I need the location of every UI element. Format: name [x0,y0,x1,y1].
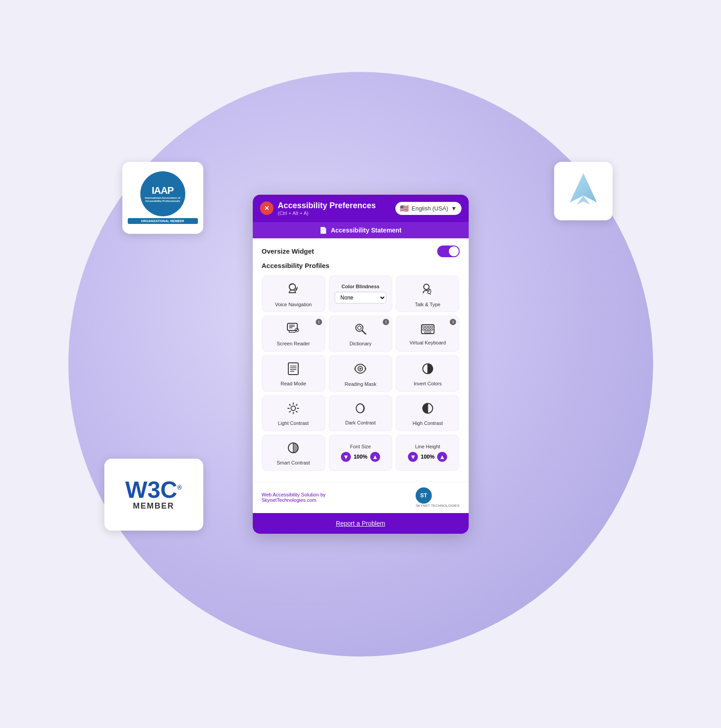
font-size-label: Font Size [350,444,371,449]
light-contrast-tile[interactable]: Light Contrast [262,395,325,431]
dictionary-label: Dictionary [349,341,372,346]
footer-text-line2: SkynetTechnologies.com [262,497,326,503]
profiles-title: Accessibility Profiles [262,262,460,269]
iaap-title: IAAP [152,185,174,197]
w3c-badge: W3C® MEMBER [104,459,203,531]
line-height-label: Line Height [415,444,440,449]
svg-rect-16 [425,329,427,331]
svg-point-29 [291,406,296,411]
accessibility-statement-bar[interactable]: 📄 Accessibility Statement [253,222,469,238]
read-mode-label: Read Mode [281,381,306,386]
feature-row-1: Voice Navigation Color Blindness None Pr… [262,276,460,312]
smart-contrast-label: Smart Contrast [277,460,310,465]
high-contrast-tile[interactable]: High Contrast [396,395,459,431]
oversize-widget-row: Oversize Widget [262,246,460,257]
dark-contrast-label: Dark Contrast [345,420,376,425]
dictionary-icon [354,322,367,338]
high-contrast-icon [421,402,434,418]
chevron-down-icon: ▼ [451,205,457,212]
svg-point-3 [424,284,429,290]
font-size-decrease[interactable]: ▼ [341,452,351,462]
screen-reader-icon [287,322,300,338]
svg-point-26 [359,368,361,370]
statement-icon: 📄 [319,227,327,234]
line-height-increase[interactable]: ▲ [437,452,447,462]
line-height-decrease[interactable]: ▼ [408,452,418,462]
flag-icon: 🇺🇸 [400,204,409,213]
smart-contrast-icon [287,442,300,457]
footer-brand: SKYNET TECHNOLOGIES [416,504,460,508]
feature-row-5: Smart Contrast Font Size ▼ 100% ▲ Line H… [262,435,460,471]
font-size-increase[interactable]: ▲ [370,452,380,462]
oversize-toggle[interactable] [437,246,460,257]
read-mode-tile[interactable]: Read Mode [262,355,325,392]
talk-type-label: Talk & Type [415,302,440,307]
report-bar[interactable]: Report a Problem [253,513,469,534]
w3c-member-label: MEMBER [133,501,175,511]
dark-contrast-icon [354,402,366,417]
language-selector[interactable]: 🇺🇸 English (USA) ▼ [395,202,461,215]
talk-type-tile[interactable]: Talk & Type [396,276,459,312]
accessibility-widget: ✕ Accessibility Preferences (Ctrl + Alt … [253,195,469,534]
iaap-description: International Association of Accessibili… [140,197,185,203]
oversize-label: Oversize Widget [262,247,314,255]
feature-row-4: Light Contrast Dark Contrast [262,395,460,431]
language-label: English (USA) [412,205,448,212]
screen-reader-info: i [316,319,322,325]
w3c-logo: W3C® [125,478,182,501]
virtual-keyboard-info: i [450,319,456,325]
screen-reader-label: Screen Reader [277,341,310,346]
svg-line-35 [296,411,297,412]
svg-rect-5 [287,323,297,331]
color-blindness-select[interactable]: None Protanopia Deuteranopia Tritanopia [335,292,386,304]
svg-rect-13 [428,326,430,328]
report-link[interactable]: Report a Problem [336,520,385,527]
svg-line-37 [290,411,291,412]
dark-contrast-tile[interactable]: Dark Contrast [329,395,392,431]
virtual-keyboard-tile[interactable]: i [396,316,459,352]
high-contrast-label: High Contrast [412,420,443,426]
dictionary-tile[interactable]: i Dictionary [329,316,392,352]
line-height-value: 100% [421,454,434,460]
svg-rect-11 [423,326,425,328]
close-button[interactable]: ✕ [260,201,273,215]
read-mode-icon [287,362,299,378]
svg-line-36 [296,405,297,406]
svg-line-34 [290,405,291,406]
svg-rect-14 [431,326,433,328]
footer-text-line1: Web Accessibility Solution by [262,492,326,497]
iaap-badge: IAAP International Association of Access… [122,162,203,234]
reading-mask-tile[interactable]: Reading Mask [329,355,392,392]
reading-mask-label: Reading Mask [345,381,376,387]
svg-rect-17 [428,329,430,331]
widget-shortcut: (Ctrl + Alt + A) [278,210,376,216]
light-contrast-label: Light Contrast [278,420,309,426]
background-circle: IAAP International Association of Access… [68,72,653,657]
feature-row-2: i Screen Reader i [262,316,460,352]
svg-rect-19 [425,331,431,333]
color-blindness-tile: Color Blindness None Protanopia Deuteran… [329,276,392,312]
svg-rect-12 [425,326,427,328]
invert-colors-label: Invert Colors [414,381,442,386]
line-height-tile: Line Height ▼ 100% ▲ [396,435,459,471]
reading-mask-icon [354,362,367,379]
statement-label: Accessibility Statement [331,227,401,234]
smart-contrast-tile[interactable]: Smart Contrast [262,435,325,471]
iaap-org-label: ORGANIZATIONAL MEMBER [128,218,198,224]
widget-title: Accessibility Preferences [278,201,376,210]
invert-colors-tile[interactable]: Invert Colors [396,355,459,392]
color-blindness-label: Color Blindness [341,284,379,289]
widget-body: Oversize Widget Accessibility Profiles [253,238,469,482]
widget-footer: Web Accessibility Solution by SkynetTech… [253,482,469,513]
font-size-value: 100% [354,454,367,460]
svg-rect-20 [288,363,298,375]
feature-row-3: Read Mode Reading Mask [262,355,460,392]
dictionary-info: i [383,319,389,325]
voice-navigation-tile[interactable]: Voice Navigation [262,276,325,312]
svg-line-8 [362,331,366,334]
svg-line-4 [430,294,431,295]
voice-navigation-icon [287,282,300,299]
screen-reader-tile[interactable]: i Screen Reader [262,316,325,352]
virtual-keyboard-label: Virtual Keyboard [409,340,446,345]
light-contrast-icon [287,402,300,418]
